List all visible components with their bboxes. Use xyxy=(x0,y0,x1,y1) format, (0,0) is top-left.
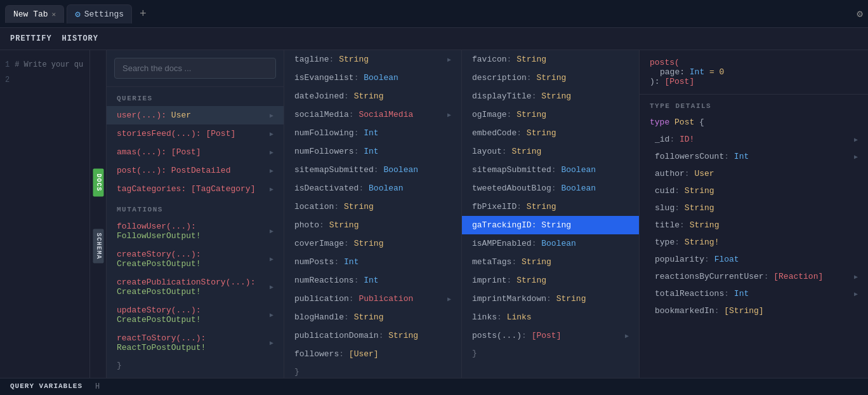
type-details-label: TYPE DETAILS xyxy=(640,95,868,114)
schema-pub-field[interactable]: displayTitle: String xyxy=(462,87,639,105)
schema-user-field[interactable]: isEvangelist: Boolean xyxy=(284,69,461,87)
docs-search-container xyxy=(107,50,284,87)
new-tab-button[interactable]: + xyxy=(135,5,152,23)
prettify-button[interactable]: PRETTIFY xyxy=(10,33,52,44)
type-detail-field[interactable]: bookmarkedIn: [String] xyxy=(640,302,868,319)
schema-user-field[interactable]: publicationDomain: String xyxy=(284,326,461,345)
schema-pub-field[interactable]: fbPixelID: String xyxy=(462,198,639,216)
mutation-item-reacttostory[interactable]: reactToStory(...): ReactToPostOutput! ▶ xyxy=(107,329,284,357)
query-sf-type: [Post] xyxy=(206,129,235,138)
tab-new-tab[interactable]: New Tab ✕ xyxy=(5,5,64,23)
main-gear-icon[interactable]: ⚙ xyxy=(857,8,863,20)
query-tc-name: tagCategories: xyxy=(117,184,191,194)
type-fields-list: _id: ID!▶followersCount: Int▶author: Use… xyxy=(640,131,868,319)
schema-user-field[interactable]: numReactions: Int xyxy=(284,271,461,290)
mutation-item-updatestory[interactable]: updateStory(...): CreatePostOutput! ▶ xyxy=(107,301,284,329)
schema-user-col: tagline: String▶isEvangelist: Booleandat… xyxy=(284,50,462,378)
type-detail-field[interactable]: cuid: String xyxy=(640,182,868,199)
queries-section-label: QUERIES xyxy=(107,87,284,106)
type-detail-field[interactable]: followersCount: Int▶ xyxy=(640,148,868,165)
chevron-icon: ▶ xyxy=(270,149,273,156)
line-number-1: 1 xyxy=(5,60,10,69)
schema-user-field[interactable]: publication: Publication▶ xyxy=(284,290,461,308)
schema-user-field[interactable]: sitemapSubmitted: Boolean xyxy=(284,161,461,179)
query-post-type: PostDetailed xyxy=(171,166,231,175)
history-button[interactable]: HISTORY xyxy=(62,33,98,44)
query-amas-type: [Post] xyxy=(171,147,201,157)
schema-user-field[interactable]: coverImage: String xyxy=(284,234,461,253)
headers-label[interactable]: H xyxy=(95,382,100,391)
pub-fields-list: favicon: Stringdescription: Stringdispla… xyxy=(462,50,639,345)
chevron-icon: ▶ xyxy=(270,112,273,119)
mutations-section-label: MUTATIONS xyxy=(107,198,284,217)
type-detail-field[interactable]: author: User xyxy=(640,165,868,182)
tab-settings-label: Settings xyxy=(84,10,124,19)
schema-pub-field[interactable]: sitemapSubmitted: Boolean xyxy=(462,161,639,179)
docs-panel: QUERIES user(...): User ▶ storiesFeed(..… xyxy=(107,50,284,378)
schema-user-field[interactable]: socialMedia: SocialMedia▶ xyxy=(284,105,461,124)
type-detail-field[interactable]: reactionsByCurrentUser: [Reaction]▶ xyxy=(640,268,868,285)
schema-pub-field[interactable]: gaTrackingID: String xyxy=(462,216,639,234)
query-item-post[interactable]: post(...): PostDetailed ▶ xyxy=(107,161,284,180)
type-header: posts( page: Int = 0 ): [Post] xyxy=(640,50,868,95)
schema-pub-field[interactable]: imprintMarkdown: String xyxy=(462,290,639,308)
toolbar: PRETTIFY HISTORY xyxy=(0,28,868,50)
schema-side-tab[interactable]: SCHEMA xyxy=(93,229,103,263)
schema-user-field[interactable]: dateJoined: String xyxy=(284,87,461,105)
query-amas-name: amas(...): xyxy=(117,147,171,157)
user-fields-list: tagline: String▶isEvangelist: Booleandat… xyxy=(284,50,461,363)
type-detail-field[interactable]: _id: ID!▶ xyxy=(640,131,868,148)
schema-user-field[interactable]: photo: String xyxy=(284,216,461,234)
docs-side-tab[interactable]: DOCS xyxy=(93,168,103,196)
schema-pub-field[interactable]: links: Links xyxy=(462,308,639,326)
type-param-name: page: xyxy=(660,67,690,77)
query-item-storiesfeed[interactable]: storiesFeed(...): [Post] ▶ xyxy=(107,124,284,143)
mutation-item-createstory[interactable]: createStory(...): CreatePostOutput! ▶ xyxy=(107,245,284,273)
editor-line-1[interactable]: # Write your qu xyxy=(15,60,83,69)
schema-user-field[interactable]: tagline: String▶ xyxy=(284,50,461,69)
mutation-item-createpubstory[interactable]: createPublicationStory(...): CreatePostO… xyxy=(107,273,284,301)
schema-user-field[interactable]: location: String xyxy=(284,198,461,216)
type-detail-field[interactable]: popularity: Float xyxy=(640,251,868,268)
type-detail-field[interactable]: type: String! xyxy=(640,234,868,251)
mut-us-type: CreatePostOutput! xyxy=(117,315,201,325)
schema-user-field[interactable]: blogHandle: String xyxy=(284,308,461,326)
schema-pub-field[interactable]: ogImage: String xyxy=(462,105,639,124)
query-user-name: user(...): xyxy=(117,110,171,120)
docs-search-input[interactable] xyxy=(114,58,276,79)
main-content: 1 # Write your qu 2 DOCS SCHEMA QUERIES … xyxy=(0,50,868,378)
schema-pub-field[interactable]: favicon: String xyxy=(462,50,639,69)
type-detail-field[interactable]: slug: String xyxy=(640,199,868,217)
schema-pub-field[interactable]: embedCode: String xyxy=(462,124,639,142)
schema-pub-field[interactable]: layout: String xyxy=(462,142,639,161)
query-item-amas[interactable]: amas(...): [Post] ▶ xyxy=(107,143,284,161)
query-variables-label[interactable]: QUERY VARIABLES xyxy=(10,382,82,391)
schema-user-field[interactable]: numFollowing: Int xyxy=(284,124,461,142)
schema-user-field[interactable]: followers: [User] xyxy=(284,345,461,363)
type-definition: type Post { xyxy=(640,114,868,131)
chevron-icon: ▶ xyxy=(270,339,273,347)
tab-settings[interactable]: ⚙ Settings xyxy=(67,4,132,23)
type-detail-field[interactable]: totalReactions: Int▶ xyxy=(640,285,868,302)
schema-user-field[interactable]: numPosts: Int xyxy=(284,253,461,271)
schema-pub-field[interactable]: tweetedAboutBlog: Boolean xyxy=(462,179,639,198)
chevron-icon: ▶ xyxy=(270,185,273,193)
schema-pub-field[interactable]: isAMPEnabled: Boolean xyxy=(462,234,639,253)
type-open-brace: { xyxy=(699,117,704,127)
mut-fu-type: FollowUserOutput! xyxy=(117,231,201,241)
schema-pub-field[interactable]: metaTags: String xyxy=(462,253,639,271)
query-item-tagcategories[interactable]: tagCategories: [TagCategory] ▶ xyxy=(107,180,284,198)
mutation-item-followuser[interactable]: followUser(...): FollowUserOutput! ▶ xyxy=(107,217,284,245)
schema-user-field[interactable]: numFollowers: Int xyxy=(284,142,461,161)
type-detail-field[interactable]: title: String xyxy=(640,217,868,234)
schema-pub-field[interactable]: description: String xyxy=(462,69,639,87)
type-keyword: type xyxy=(650,117,669,127)
tab-bar: New Tab ✕ ⚙ Settings + ⚙ xyxy=(0,0,868,28)
tab-close-icon[interactable]: ✕ xyxy=(52,10,56,18)
schema-pub-field[interactable]: imprint: String xyxy=(462,271,639,290)
schema-user-field[interactable]: isDeactivated: Boolean xyxy=(284,179,461,198)
user-brace-close: } xyxy=(284,363,461,378)
schema-pub-field[interactable]: posts(...): [Post]▶ xyxy=(462,326,639,345)
chevron-icon: ▶ xyxy=(270,283,273,291)
query-item-user[interactable]: user(...): User ▶ xyxy=(107,106,284,124)
